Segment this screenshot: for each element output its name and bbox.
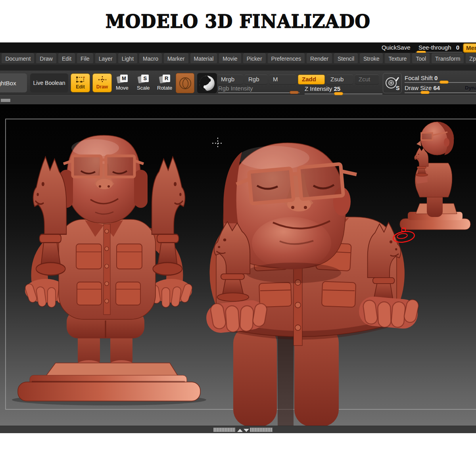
transform-ring-marker[interactable]: [392, 228, 415, 244]
menu-item-file[interactable]: File: [77, 54, 93, 64]
z-intensity-slider-handle[interactable]: [334, 92, 343, 95]
z-intensity-slider-label: Z Intensity 25: [305, 85, 340, 92]
stroke-dots-icon: S: [384, 75, 400, 92]
menu-item-marker[interactable]: Marker: [164, 54, 188, 64]
rotate-button-label: Rotate: [157, 85, 172, 91]
move-icon: M: [116, 75, 128, 84]
quicksave-button[interactable]: QuickSave: [382, 44, 411, 51]
menu-item-draw[interactable]: Draw: [36, 54, 56, 64]
top-bar: QuickSave See-through 0 Menus: [0, 42, 476, 53]
menu-item-render[interactable]: Render: [307, 54, 332, 64]
rgb-intensity-slider-track[interactable]: [218, 92, 299, 93]
scale-button-label: Scale: [137, 85, 150, 91]
sculpt-figure-side: [400, 122, 470, 230]
menu-item-preferences[interactable]: Preferences: [268, 54, 305, 64]
sculpt-head-front: [60, 135, 148, 223]
menu-item-stencil[interactable]: Stencil: [334, 54, 358, 64]
sculpt-figure-front: [12, 135, 206, 405]
scale-button[interactable]: S Scale: [137, 75, 150, 91]
h-scrollbar-right[interactable]: [250, 428, 273, 432]
title-banner: MODELO 3D FINALIZADO: [0, 0, 476, 42]
focal-shift-value: 0: [434, 75, 438, 81]
sculpt-viewport: [0, 104, 476, 426]
draw-button[interactable]: Draw: [92, 73, 112, 92]
draw-crosshair-icon: [98, 76, 107, 83]
page-title: MODELO 3D FINALIZADO: [106, 11, 370, 32]
draw-button-label: Draw: [96, 84, 108, 90]
menu-item-transform[interactable]: Transform: [432, 54, 464, 64]
menu-item-zplugin[interactable]: Zplugin: [466, 54, 476, 64]
open-hand-right: [150, 279, 193, 307]
draw-size-value: 64: [434, 84, 440, 91]
z-intensity-slider-track[interactable]: [305, 94, 382, 94]
rgb-toggle[interactable]: Rgb: [245, 75, 267, 84]
mrgb-toggle[interactable]: Mrgb: [217, 75, 243, 84]
draw-cursor-crosshair: [212, 138, 223, 149]
document-canvas[interactable]: [0, 104, 476, 426]
menu-item-tool[interactable]: Tool: [412, 54, 430, 64]
edit-button[interactable]: Edit: [71, 73, 90, 92]
move-button[interactable]: M Move: [116, 75, 129, 91]
focal-shift-slider-handle[interactable]: [440, 81, 449, 84]
zadd-toggle[interactable]: Zadd: [298, 75, 325, 84]
scale-icon: S: [137, 75, 149, 84]
zcut-toggle[interactable]: Zcut: [355, 75, 379, 84]
material-sphere-icon: [199, 75, 215, 92]
svg-text:S: S: [396, 85, 399, 91]
sculpt-figure-closeup: [205, 143, 420, 426]
zsub-toggle[interactable]: Zsub: [327, 75, 353, 84]
menu-item-texture[interactable]: Texture: [385, 54, 410, 64]
focal-shift-slider-label: Focal Shift 0: [405, 75, 438, 81]
edit-button-label: Edit: [76, 84, 85, 90]
z-intensity-value: 25: [334, 85, 340, 92]
menu-item-layer[interactable]: Layer: [95, 54, 116, 64]
menu-item-light[interactable]: Light: [118, 54, 137, 64]
see-through-slider-label: See-through 0: [418, 44, 459, 51]
draw-size-slider-handle[interactable]: [420, 91, 430, 94]
scroll-down-icon[interactable]: [244, 429, 249, 432]
menu-item-stroke[interactable]: Stroke: [360, 54, 383, 64]
rotate-icon: R: [159, 75, 171, 84]
h-scrollbar-left[interactable]: [213, 428, 235, 432]
move-button-label: Move: [116, 85, 129, 91]
rotate-button[interactable]: R Rotate: [157, 75, 172, 91]
current-brush-button[interactable]: [176, 73, 194, 93]
draw-size-slider-label: Draw Size 64: [405, 84, 440, 91]
menus-button[interactable]: Menus: [463, 43, 476, 53]
menu-item-picker[interactable]: Picker: [243, 54, 266, 64]
canvas-scroll-strip: [0, 426, 476, 433]
menu-item-movie[interactable]: Movie: [219, 54, 241, 64]
draw-size-slider-track[interactable]: [405, 92, 476, 93]
menu-item-macro[interactable]: Macro: [139, 54, 162, 64]
menu-bar: Color Document Draw Edit File Layer Ligh…: [0, 53, 476, 65]
dynamic-mode-label[interactable]: Dyna: [465, 85, 476, 91]
menu-item-material[interactable]: Material: [190, 54, 217, 64]
upper-scroll-strip: [0, 95, 476, 104]
zbrush-window: MODELO 3D FINALIZADO QuickSave See-throu…: [0, 0, 476, 476]
stroke-type-button[interactable]: S: [383, 73, 402, 93]
scroll-up-icon[interactable]: [237, 429, 243, 432]
see-through-value: 0: [456, 44, 459, 51]
lightbox-button[interactable]: LightBox: [0, 73, 27, 92]
live-boolean-button[interactable]: Live Boolean: [30, 73, 68, 92]
rgb-intensity-slider-handle[interactable]: [290, 91, 299, 94]
menu-item-document[interactable]: Document: [2, 54, 34, 64]
edit-marquee-icon: [76, 76, 85, 83]
m-toggle[interactable]: M: [269, 75, 296, 84]
menu-item-edit[interactable]: Edit: [58, 54, 75, 64]
mini-scrollbar-handle[interactable]: [1, 99, 10, 102]
menu-bar-gap: [0, 65, 476, 71]
rgb-intensity-slider-label: Rgb Intensity: [218, 85, 253, 92]
brush-icon: [178, 76, 192, 90]
main-toolbar: LightBox Live Boolean Edit Draw M: [0, 71, 476, 95]
current-material-button[interactable]: [197, 73, 217, 93]
